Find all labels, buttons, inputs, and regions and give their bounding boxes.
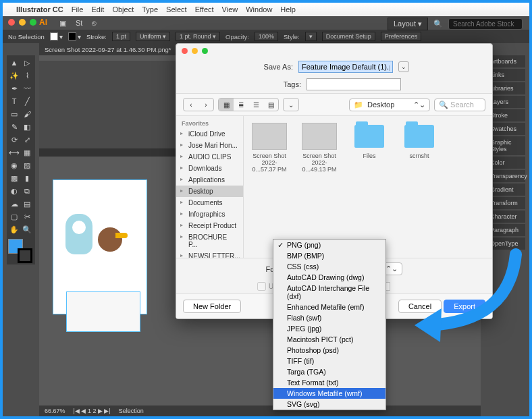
stroke-weight-input[interactable]: 1 pt xyxy=(112,32,130,41)
artboard-nav[interactable]: |◀ ◀ 1 2 ▶ ▶| xyxy=(74,408,111,414)
dialog-minimize-icon[interactable] xyxy=(192,48,198,54)
sidebar-item[interactable]: iCloud Drive xyxy=(176,128,243,140)
format-option[interactable]: CSS (css) xyxy=(273,261,385,272)
folder-item[interactable]: Files xyxy=(350,123,388,173)
format-option[interactable]: Windows Metafile (wmf) xyxy=(273,388,385,399)
artboard-tool[interactable]: ▢ xyxy=(8,211,20,223)
preferences-button[interactable]: Preferences xyxy=(381,32,422,41)
file-item[interactable]: Screen Shot2022-0...49.13 PM xyxy=(300,123,338,173)
file-item[interactable]: Screen Shot2022-0...57.37 PM xyxy=(250,123,288,173)
eraser-tool[interactable]: ◧ xyxy=(21,121,33,133)
sidebar-item[interactable]: Downloads xyxy=(176,163,243,174)
format-option[interactable]: AutoCAD Interchange File (dxf) xyxy=(273,283,385,302)
fill-swatch[interactable] xyxy=(50,32,58,40)
type-tool[interactable]: T xyxy=(8,95,20,107)
menu-type[interactable]: Type xyxy=(142,5,158,13)
use-artboards-checkbox[interactable] xyxy=(257,282,266,291)
sidebar-item[interactable]: Jose Mari Hon... xyxy=(176,140,243,151)
format-option[interactable]: Flash (swf) xyxy=(273,312,385,323)
sidebar-item[interactable]: Applications xyxy=(176,174,243,186)
app-name[interactable]: Illustrator CC xyxy=(16,5,63,13)
menu-view[interactable]: View xyxy=(222,5,238,13)
minimize-window-icon[interactable] xyxy=(19,19,26,26)
file-browser[interactable]: Screen Shot2022-0...57.37 PMScreen Shot2… xyxy=(244,116,492,258)
slice-tool[interactable]: ✂ xyxy=(21,211,33,223)
graph-tool[interactable]: ▤ xyxy=(21,198,33,210)
location-dropdown[interactable]: 📁 Desktop ⌃⌄ xyxy=(349,99,430,111)
menu-help[interactable]: Help xyxy=(280,5,296,13)
sidebar-item[interactable]: Infographics xyxy=(176,208,243,220)
free-transform-tool[interactable]: ▦ xyxy=(21,146,33,159)
zoom-level[interactable]: 66.67% xyxy=(45,408,65,414)
rotate-tool[interactable]: ⟳ xyxy=(8,134,20,146)
menu-window[interactable]: Window xyxy=(246,5,272,13)
format-option[interactable]: Enhanced Metafile (emf) xyxy=(273,302,385,312)
stroke-color-icon[interactable] xyxy=(18,248,32,263)
dialog-zoom-icon[interactable] xyxy=(202,48,208,54)
line-tool[interactable]: ╱ xyxy=(21,95,33,107)
style-dropdown[interactable]: ▾ xyxy=(305,32,317,41)
forward-button[interactable]: › xyxy=(198,99,213,111)
expand-dialog-toggle[interactable]: ⌄ xyxy=(398,61,409,72)
format-option[interactable]: BMP (BMP) xyxy=(273,250,385,261)
doc-tab[interactable]: Screen Shot 2022-09-27 at 1.46.30 PM.png… xyxy=(39,43,187,55)
width-tool[interactable]: ⟷ xyxy=(8,146,20,159)
curvature-tool[interactable]: 〰 xyxy=(21,82,33,94)
sidebar-item[interactable]: NEWSLETTER... xyxy=(176,250,243,258)
zoom-tool[interactable]: 🔍 xyxy=(21,223,33,235)
export-button[interactable]: Export xyxy=(444,300,485,313)
icon-view-button[interactable]: ▦ xyxy=(219,99,234,111)
opacity-input[interactable]: 100% xyxy=(255,32,278,41)
perspective-tool[interactable]: ▨ xyxy=(21,159,33,171)
filename-input[interactable] xyxy=(298,61,393,73)
stock-search-input[interactable] xyxy=(448,18,523,30)
format-option[interactable]: Macintosh PICT (pct) xyxy=(273,334,385,345)
format-option[interactable]: PNG (png) xyxy=(273,240,385,250)
gradient-tool[interactable]: ▮ xyxy=(21,172,33,184)
zoom-window-icon[interactable] xyxy=(30,19,36,26)
sidebar-item[interactable]: AUDIO CLIPS xyxy=(176,151,243,163)
stock-icon[interactable]: St xyxy=(76,19,82,28)
stroke-profile-dropdown[interactable]: Uniform ▾ xyxy=(136,32,170,41)
scale-tool[interactable]: ⤢ xyxy=(21,134,33,146)
dialog-close-icon[interactable] xyxy=(182,48,188,54)
symbol-sprayer-tool[interactable]: ☁ xyxy=(8,198,20,210)
menu-select[interactable]: Select xyxy=(166,5,187,13)
new-folder-button[interactable]: New Folder xyxy=(183,300,241,313)
tags-input[interactable] xyxy=(307,78,401,90)
format-option[interactable]: SVG (svg) xyxy=(273,399,385,410)
menu-object[interactable]: Object xyxy=(112,5,134,13)
rectangle-tool[interactable]: ▭ xyxy=(8,108,20,120)
close-window-icon[interactable] xyxy=(8,19,15,26)
column-view-button[interactable]: ☰ xyxy=(248,99,263,111)
sidebar-item[interactable]: Documents xyxy=(176,197,243,208)
shape-builder-tool[interactable]: ◉ xyxy=(8,159,20,171)
bridge-icon[interactable]: ▣ xyxy=(59,19,66,28)
penguin-artwork[interactable] xyxy=(65,214,92,254)
format-option[interactable]: Targa (TGA) xyxy=(273,366,385,377)
artboard-thumb[interactable] xyxy=(66,291,140,332)
group-dropdown[interactable]: ⌄ xyxy=(284,99,298,111)
eyedropper-tool[interactable]: ◐ xyxy=(8,185,20,197)
folder-item[interactable]: scrnsht xyxy=(400,123,438,173)
format-option[interactable]: AutoCAD Drawing (dwg) xyxy=(273,272,385,283)
direct-selection-tool[interactable]: ▷ xyxy=(21,57,33,69)
menu-file[interactable]: File xyxy=(72,5,84,13)
sidebar-item[interactable]: Receipt Product xyxy=(176,220,243,231)
back-button[interactable]: ‹ xyxy=(184,99,198,111)
cancel-button[interactable]: Cancel xyxy=(398,300,442,313)
arrange-icon[interactable]: ⎋ xyxy=(92,19,97,28)
format-option[interactable]: JPEG (jpg) xyxy=(273,323,385,334)
document-setup-button[interactable]: Document Setup xyxy=(322,32,375,41)
paintbrush-tool[interactable]: 🖌 xyxy=(21,108,33,120)
mesh-tool[interactable]: ▩ xyxy=(8,172,20,184)
selection-tool[interactable]: ▲ xyxy=(8,57,20,69)
stroke-swatch[interactable] xyxy=(68,32,76,40)
sidebar-item[interactable]: Desktop xyxy=(176,186,243,197)
gallery-view-button[interactable]: ▤ xyxy=(263,99,278,111)
workspace-dropdown[interactable]: Layout ▾ xyxy=(388,18,428,30)
blend-tool[interactable]: ⧉ xyxy=(21,185,33,197)
format-option[interactable]: Text Format (txt) xyxy=(273,377,385,388)
sidebar-item[interactable]: BROCHURE P... xyxy=(176,231,243,250)
toucan-artwork[interactable] xyxy=(98,227,122,252)
